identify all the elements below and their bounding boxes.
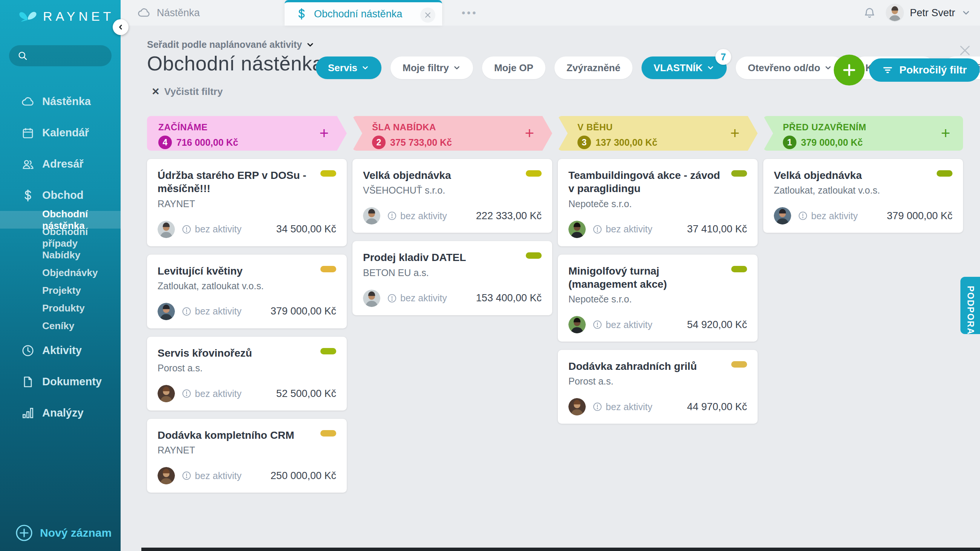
- warning-circle-icon: [592, 402, 602, 412]
- deal-activity-label: bez aktivity: [400, 211, 447, 221]
- warning-circle-icon: [182, 389, 191, 399]
- sidebar-subitem[interactable]: Obchodní případy: [0, 229, 121, 246]
- deal-footer: bez aktivity34 500,00 Kč: [158, 221, 336, 238]
- filter-pill-label: Servis: [328, 62, 357, 74]
- filter-pill-moje-filtry[interactable]: Moje filtry: [390, 57, 473, 79]
- tabs-more-button[interactable]: •••: [462, 0, 477, 25]
- deal-footer: bez aktivity37 410,00 Kč: [568, 221, 747, 238]
- new-record-button[interactable]: Nový záznam: [0, 515, 121, 551]
- sidebar-item-calendar[interactable]: Kalendář: [0, 117, 121, 148]
- column-add-button[interactable]: +: [525, 126, 534, 141]
- tab-close-button[interactable]: [420, 8, 435, 22]
- chevron-down-icon: [361, 64, 369, 72]
- chevron-down-icon: [453, 64, 461, 72]
- user-name: Petr Svetr: [910, 7, 955, 19]
- plus-icon: [842, 62, 857, 78]
- filter-pill-servis[interactable]: Servis: [316, 57, 382, 79]
- warning-circle-icon: [798, 211, 808, 221]
- notifications-bell-icon[interactable]: [863, 6, 876, 19]
- deal-company: Porost a.s.: [568, 376, 747, 387]
- sidebar-item-dollar[interactable]: Obchod: [0, 179, 121, 211]
- sidebar-subitem[interactable]: Ceníky: [0, 317, 121, 335]
- new-record-label: Nový záznam: [40, 527, 111, 539]
- deal-company: VŠEHOCHUŤ s.r.o.: [363, 185, 542, 196]
- column-add-button[interactable]: +: [941, 126, 950, 141]
- filter-pill-zv-razn-n-[interactable]: Zvýrazněné: [554, 57, 633, 79]
- sidebar-subitem[interactable]: Produkty: [0, 299, 121, 317]
- filter-pill-moje-op[interactable]: Moje OP: [482, 57, 546, 79]
- people-icon: [21, 157, 35, 171]
- deal-footer: bez aktivity153 400,00 Kč: [363, 290, 542, 307]
- deal-title: Údržba starého ERP v DOSu - měsíčně!!!: [158, 169, 336, 195]
- deal-company: Zatloukat, zatloukat v.o.s.: [774, 185, 953, 196]
- sidebar-item-chart[interactable]: Analýzy: [0, 397, 121, 429]
- add-deal-button[interactable]: [834, 55, 865, 86]
- bottom-scrollbar[interactable]: [142, 548, 980, 551]
- kanban-column: ZAČÍNÁME4716 000,00 Kč+Údržba starého ER…: [147, 116, 347, 492]
- deal-card[interactable]: Servis křovinořezůPorost a.s.bez aktivit…: [147, 337, 347, 411]
- dollar-icon: [295, 8, 308, 20]
- deal-card[interactable]: Teambuildingová akce - závod v paraglidi…: [558, 159, 757, 246]
- deal-card[interactable]: Dodávka kompletního CRMRAYNETbez aktivit…: [147, 419, 347, 492]
- deal-status-flag: [731, 361, 747, 368]
- sidebar-subitem[interactable]: Objednávky: [0, 264, 121, 282]
- filter-pill-label: Zvýrazněné: [566, 62, 620, 74]
- column-total: 137 300,00 Kč: [595, 137, 657, 148]
- deal-card[interactable]: Velká objednávkaZatloukat, zatloukat v.o…: [763, 159, 963, 233]
- deal-card[interactable]: Velká objednávkaVŠEHOCHUŤ s.r.o.bez akti…: [352, 159, 552, 233]
- deal-card[interactable]: Minigolfový turnaj (management akce)Nepo…: [558, 255, 757, 342]
- deal-activity: bez aktivity: [387, 293, 447, 303]
- sidebar-collapse-button[interactable]: [113, 19, 129, 35]
- deal-title: Servis křovinořezů: [158, 346, 336, 360]
- chevron-left-icon: [117, 23, 124, 31]
- deal-card[interactable]: Prodej kladiv DATELBETON EU a.s.bez akti…: [352, 241, 552, 315]
- deal-activity-label: bez aktivity: [195, 306, 242, 317]
- deal-status-flag: [320, 430, 336, 437]
- deal-activity-label: bez aktivity: [811, 211, 858, 221]
- filter-pill-otev-eno-od-do[interactable]: Otevřeno od/do: [736, 57, 844, 79]
- dollar-icon: [21, 189, 35, 202]
- column-add-button[interactable]: +: [319, 126, 329, 141]
- clear-x-icon: ✕: [151, 86, 160, 98]
- deal-card[interactable]: Levitující květinyZatloukat, zatloukat v…: [147, 255, 347, 329]
- deal-footer: bez aktivity379 000,00 Kč: [774, 207, 953, 224]
- deal-card[interactable]: Dodávka zahradních grilůPorost a.s.bez a…: [558, 350, 757, 424]
- sidebar-item-document[interactable]: Dokumenty: [0, 366, 121, 397]
- support-button[interactable]: PODPORA: [960, 277, 980, 334]
- clear-filters-button[interactable]: ✕ Vyčistit filtry: [151, 86, 223, 98]
- board-close-icon[interactable]: [958, 43, 972, 58]
- column-summary: 4716 000,00 Kč: [158, 136, 347, 149]
- warning-circle-icon: [182, 224, 191, 234]
- deal-title: Dodávka kompletního CRM: [158, 429, 336, 442]
- warning-circle-icon: [182, 306, 191, 316]
- deal-title: Velká objednávka: [363, 169, 542, 182]
- deal-amount: 379 000,00 Kč: [887, 210, 953, 222]
- sort-selector[interactable]: Seřadit podle naplánované aktivity: [147, 39, 315, 50]
- raynet-logo: RAYNET: [18, 8, 114, 24]
- deal-activity-label: bez aktivity: [195, 224, 242, 235]
- sidebar-item-people[interactable]: Adresář: [0, 148, 121, 179]
- deal-amount: 250 000,00 Kč: [270, 470, 336, 482]
- column-header: ŠLA NABÍDKA2375 733,00 Kč+: [352, 116, 552, 151]
- deal-company: Nepoteče s.r.o.: [568, 198, 747, 210]
- user-menu[interactable]: Petr Svetr: [886, 4, 971, 22]
- sidebar-subitem[interactable]: Projekty: [0, 282, 121, 299]
- filter-pill-label: Moje filtry: [402, 62, 449, 74]
- filter-pill-vlastn-k[interactable]: VLASTNÍK7: [641, 57, 727, 79]
- tab-nastenka[interactable]: Nástěnka: [128, 0, 279, 25]
- sidebar-item-cloud[interactable]: Nástěnka: [0, 86, 121, 117]
- clear-filters-label: Vyčistit filtry: [164, 86, 223, 98]
- advanced-filter-button[interactable]: Pokročilý filtr: [869, 59, 980, 82]
- sidebar-search[interactable]: [9, 45, 111, 66]
- column-add-button[interactable]: +: [730, 126, 740, 141]
- warning-circle-icon: [387, 211, 397, 221]
- avatar: [363, 290, 380, 307]
- tab-obchodni-nastenka[interactable]: Obchodní nástěnka: [285, 0, 442, 25]
- column-header: ZAČÍNÁME4716 000,00 Kč+: [147, 116, 347, 151]
- deal-activity: bez aktivity: [592, 224, 652, 235]
- sidebar-nav: NástěnkaKalendářAdresářObchodObchodní ná…: [0, 86, 121, 429]
- kanban-column: ŠLA NABÍDKA2375 733,00 Kč+Velká objednáv…: [352, 116, 552, 315]
- sidebar-item-clock[interactable]: Aktivity: [0, 335, 121, 366]
- deal-status-flag: [320, 266, 336, 272]
- deal-card[interactable]: Údržba starého ERP v DOSu - měsíčně!!!RA…: [147, 159, 347, 246]
